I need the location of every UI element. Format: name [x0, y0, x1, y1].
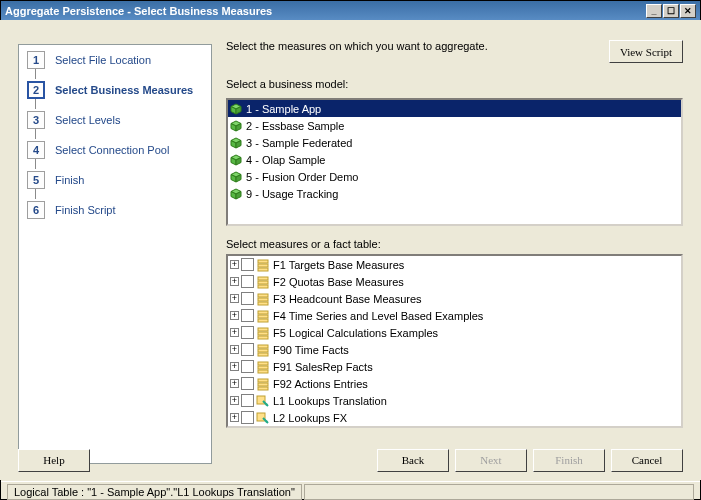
tree-row[interactable]: +F90 Time Facts	[228, 341, 681, 358]
maximize-button[interactable]: ☐	[663, 4, 679, 18]
tree-checkbox[interactable]	[241, 309, 254, 322]
tree-row[interactable]: +F1 Targets Base Measures	[228, 256, 681, 273]
business-model-label: 3 - Sample Federated	[246, 137, 352, 149]
tree-row[interactable]: +F92 Actions Entries	[228, 375, 681, 392]
statusbar: Logical Table : "1 - Sample App"."L1 Loo…	[1, 481, 700, 499]
svg-rect-32	[258, 336, 268, 339]
business-model-label: 5 - Fusion Order Demo	[246, 171, 358, 183]
cube-icon	[230, 120, 242, 132]
wizard-step[interactable]: 4Select Connection Pool	[19, 135, 211, 165]
wizard-step[interactable]: 6Finish Script	[19, 195, 211, 225]
tree-checkbox[interactable]	[241, 377, 254, 390]
fact-table-icon	[256, 377, 270, 391]
fact-table-icon	[256, 258, 270, 272]
svg-rect-20	[258, 268, 268, 271]
tree-checkbox[interactable]	[241, 292, 254, 305]
fact-table-icon	[256, 326, 270, 340]
expander-icon[interactable]: +	[230, 362, 239, 371]
expander-icon[interactable]: +	[230, 413, 239, 422]
expander-icon[interactable]: +	[230, 345, 239, 354]
business-model-label: 2 - Essbase Sample	[246, 120, 344, 132]
business-model-item[interactable]: 1 - Sample App	[228, 100, 681, 117]
svg-rect-29	[258, 319, 268, 322]
cube-icon	[230, 171, 242, 183]
minimize-button[interactable]: _	[646, 4, 662, 18]
step-number: 5	[27, 171, 45, 189]
expander-icon[interactable]: +	[230, 311, 239, 320]
status-text: Logical Table : "1 - Sample App"."L1 Loo…	[7, 484, 302, 500]
tree-row[interactable]: +L2 Lookups FX	[228, 409, 681, 426]
tree-checkbox[interactable]	[241, 258, 254, 271]
tree-checkbox[interactable]	[241, 394, 254, 407]
svg-rect-21	[258, 277, 268, 280]
svg-rect-34	[258, 349, 268, 352]
help-button[interactable]: Help	[18, 449, 90, 472]
wizard-step[interactable]: 5Finish	[19, 165, 211, 195]
step-label: Finish Script	[55, 204, 116, 216]
svg-rect-23	[258, 285, 268, 288]
wizard-step[interactable]: 2Select Business Measures	[19, 75, 211, 105]
lookup-table-icon	[256, 394, 270, 408]
measures-label: Select measures or a fact table:	[226, 238, 381, 250]
expander-icon[interactable]: +	[230, 260, 239, 269]
svg-rect-37	[258, 366, 268, 369]
tree-checkbox[interactable]	[241, 360, 254, 373]
tree-checkbox[interactable]	[241, 411, 254, 424]
tree-row[interactable]: +F91 SalesRep Facts	[228, 358, 681, 375]
expander-icon[interactable]: +	[230, 379, 239, 388]
business-model-item[interactable]: 5 - Fusion Order Demo	[228, 168, 681, 185]
svg-rect-28	[258, 315, 268, 318]
business-model-item[interactable]: 9 - Usage Tracking	[228, 185, 681, 202]
business-model-item[interactable]: 4 - Olap Sample	[228, 151, 681, 168]
step-number: 6	[27, 201, 45, 219]
tree-row[interactable]: +L1 Lookups Translation	[228, 392, 681, 409]
svg-rect-26	[258, 302, 268, 305]
expander-icon[interactable]: +	[230, 396, 239, 405]
svg-rect-36	[258, 362, 268, 365]
wizard-step[interactable]: 3Select Levels	[19, 105, 211, 135]
cube-icon	[230, 188, 242, 200]
tree-item-label: F5 Logical Calculations Examples	[273, 327, 438, 339]
finish-button[interactable]: Finish	[533, 449, 605, 472]
tree-checkbox[interactable]	[241, 326, 254, 339]
step-number: 4	[27, 141, 45, 159]
step-label: Select Levels	[55, 114, 120, 126]
fact-table-icon	[256, 275, 270, 289]
step-label: Select Business Measures	[55, 84, 193, 96]
back-button[interactable]: Back	[377, 449, 449, 472]
business-model-item[interactable]: 3 - Sample Federated	[228, 134, 681, 151]
business-model-list[interactable]: 1 - Sample App2 - Essbase Sample3 - Samp…	[226, 98, 683, 226]
expander-icon[interactable]: +	[230, 294, 239, 303]
fact-table-icon	[256, 292, 270, 306]
tree-item-label: F4 Time Series and Level Based Examples	[273, 310, 483, 322]
svg-rect-38	[258, 370, 268, 373]
business-model-item[interactable]: 2 - Essbase Sample	[228, 117, 681, 134]
tree-checkbox[interactable]	[241, 343, 254, 356]
svg-rect-19	[258, 264, 268, 267]
tree-row[interactable]: +F2 Quotas Base Measures	[228, 273, 681, 290]
fact-table-tree[interactable]: +F1 Targets Base Measures+F2 Quotas Base…	[226, 254, 683, 428]
svg-rect-41	[258, 387, 268, 390]
tree-checkbox[interactable]	[241, 275, 254, 288]
business-model-label: Select a business model:	[226, 78, 683, 90]
tree-item-label: F91 SalesRep Facts	[273, 361, 373, 373]
fact-table-icon	[256, 309, 270, 323]
business-model-label: 9 - Usage Tracking	[246, 188, 338, 200]
tree-row[interactable]: +F3 Headcount Base Measures	[228, 290, 681, 307]
next-button[interactable]: Next	[455, 449, 527, 472]
view-script-button[interactable]: View Script	[609, 40, 683, 63]
svg-rect-35	[258, 353, 268, 356]
business-model-label: 4 - Olap Sample	[246, 154, 325, 166]
tree-row[interactable]: +F5 Logical Calculations Examples	[228, 324, 681, 341]
close-button[interactable]: ✕	[680, 4, 696, 18]
tree-row[interactable]: +F4 Time Series and Level Based Examples	[228, 307, 681, 324]
fact-table-icon	[256, 360, 270, 374]
wizard-step[interactable]: 1Select File Location	[19, 45, 211, 75]
expander-icon[interactable]: +	[230, 328, 239, 337]
cancel-button[interactable]: Cancel	[611, 449, 683, 472]
tree-item-label: F92 Actions Entries	[273, 378, 368, 390]
svg-rect-31	[258, 332, 268, 335]
svg-rect-39	[258, 379, 268, 382]
expander-icon[interactable]: +	[230, 277, 239, 286]
tree-item-label: L2 Lookups FX	[273, 412, 347, 424]
